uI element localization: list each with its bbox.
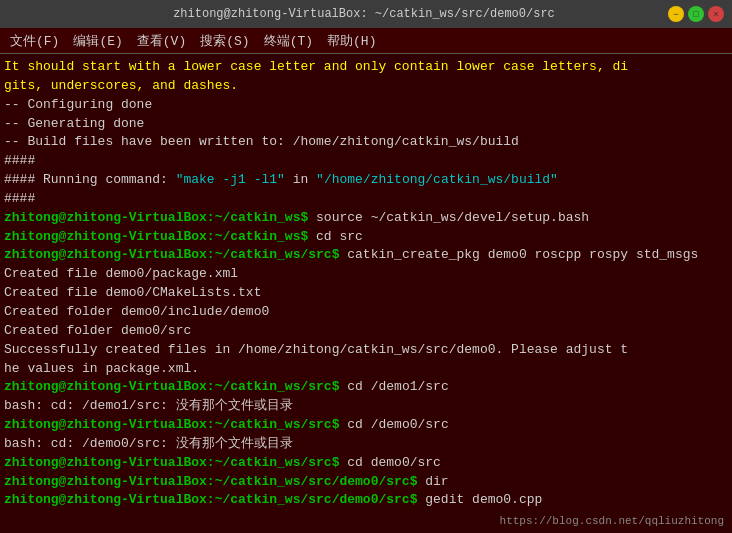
menu-edit[interactable]: 编辑(E) xyxy=(67,30,128,52)
window-controls[interactable]: − □ × xyxy=(668,6,724,22)
terminal-line-8: zhitong@zhitong-VirtualBox:~/catkin_ws$ … xyxy=(4,209,728,228)
terminal-line-21: zhitong@zhitong-VirtualBox:~/catkin_ws/s… xyxy=(4,473,728,492)
terminal-line-17: bash: cd: /demo1/src: 没有那个文件或目录 xyxy=(4,397,728,416)
minimize-button[interactable]: − xyxy=(668,6,684,22)
terminal-line-4: -- Build files have been written to: /ho… xyxy=(4,133,728,152)
menu-file[interactable]: 文件(F) xyxy=(4,30,65,52)
terminal-line-10: zhitong@zhitong-VirtualBox:~/catkin_ws/s… xyxy=(4,246,728,265)
terminal-body[interactable]: It should start with a lower case letter… xyxy=(0,54,732,533)
terminal-line-1: It should start with a lower case letter… xyxy=(4,58,728,96)
title-bar: zhitong@zhitong-VirtualBox: ~/catkin_ws/… xyxy=(0,0,732,28)
terminal-line-2: -- Configuring done xyxy=(4,96,728,115)
watermark: https://blog.csdn.net/qqliuzhitong xyxy=(500,515,724,527)
terminal-line-15: Successfully created files in /home/zhit… xyxy=(4,341,728,379)
terminal-line-9: zhitong@zhitong-VirtualBox:~/catkin_ws$ … xyxy=(4,228,728,247)
terminal-line-13: Created folder demo0/include/demo0 xyxy=(4,303,728,322)
terminal-line-16: zhitong@zhitong-VirtualBox:~/catkin_ws/s… xyxy=(4,378,728,397)
terminal-line-18: zhitong@zhitong-VirtualBox:~/catkin_ws/s… xyxy=(4,416,728,435)
terminal-line-3: -- Generating done xyxy=(4,115,728,134)
terminal-line-11: Created file demo0/package.xml xyxy=(4,265,728,284)
close-button[interactable]: × xyxy=(708,6,724,22)
terminal-line-20: zhitong@zhitong-VirtualBox:~/catkin_ws/s… xyxy=(4,454,728,473)
menu-terminal[interactable]: 终端(T) xyxy=(258,30,319,52)
window-title: zhitong@zhitong-VirtualBox: ~/catkin_ws/… xyxy=(60,7,668,21)
menu-help[interactable]: 帮助(H) xyxy=(321,30,382,52)
terminal-line-5: #### xyxy=(4,152,728,171)
terminal-line-19: bash: cd: /demo0/src: 没有那个文件或目录 xyxy=(4,435,728,454)
terminal-line-22: zhitong@zhitong-VirtualBox:~/catkin_ws/s… xyxy=(4,491,728,510)
menu-bar: 文件(F) 编辑(E) 查看(V) 搜索(S) 终端(T) 帮助(H) xyxy=(0,28,732,54)
terminal-window: zhitong@zhitong-VirtualBox: ~/catkin_ws/… xyxy=(0,0,732,533)
maximize-button[interactable]: □ xyxy=(688,6,704,22)
menu-search[interactable]: 搜索(S) xyxy=(194,30,255,52)
menu-view[interactable]: 查看(V) xyxy=(131,30,192,52)
terminal-line-6: #### Running command: "make -j1 -l1" in … xyxy=(4,171,728,190)
terminal-line-7: #### xyxy=(4,190,728,209)
terminal-line-14: Created folder demo0/src xyxy=(4,322,728,341)
terminal-line-12: Created file demo0/CMakeLists.txt xyxy=(4,284,728,303)
